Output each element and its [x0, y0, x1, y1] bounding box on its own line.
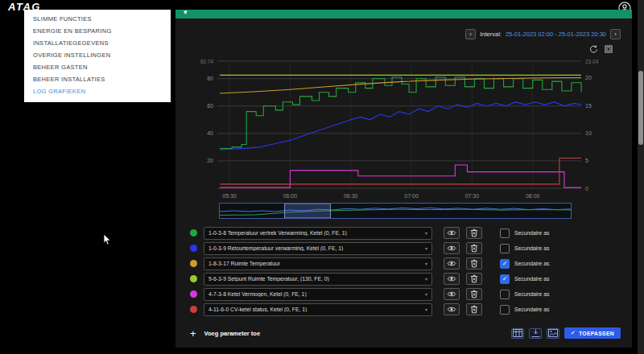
secondary-axis-label: Secundaire as	[514, 245, 549, 251]
visibility-toggle-button[interactable]	[444, 288, 460, 300]
visibility-toggle-button[interactable]	[444, 273, 460, 285]
check-icon: ✓	[571, 330, 576, 336]
chevron-down-icon: ▾	[425, 276, 427, 282]
sidebar-item-beheer-installaties[interactable]: BEHEER INSTALLATIES	[24, 73, 171, 85]
parameter-label: 4-7-3-8 Ketel Vermogen, Ketel (0, FE, 1)	[208, 291, 422, 297]
svg-text:05:30: 05:30	[222, 193, 237, 199]
parameter-label: 4-11-6-0 CV-ketel status, Ketel (0, FE, …	[208, 307, 422, 312]
parameter-label: 1-0-3-9 Retourtemperatuur verwarming, Ke…	[208, 245, 422, 251]
legend-row: 1-0-3-8 Temperatuur vertrek Verwarming, …	[190, 227, 549, 239]
chart-navigator[interactable]	[219, 203, 572, 219]
secondary-axis-label: Secundaire as	[514, 230, 549, 236]
svg-text:06:00: 06:00	[283, 193, 298, 199]
svg-text:5: 5	[585, 158, 588, 163]
sidebar-item-log-grafieken[interactable]: LOG GRAFIEKEN	[24, 85, 171, 97]
table-icon	[513, 329, 522, 337]
parameter-select[interactable]: 4-7-3-8 Ketel Vermogen, Ketel (0, FE, 1)…	[204, 288, 432, 301]
sidebar-item-beheer-gasten[interactable]: BEHEER GASTEN	[24, 61, 171, 73]
footer-bar: + Voeg parameter toe ✓ TOEPASSEN	[190, 327, 621, 340]
chevron-down-icon: ▾	[425, 291, 427, 297]
footer-toolbar: ✓ TOEPASSEN	[511, 327, 621, 339]
svg-text:15: 15	[585, 103, 592, 109]
parameter-label: 1-0-3-8 Temperatuur vertrek Verwarming, …	[208, 230, 422, 236]
download-button[interactable]	[529, 328, 542, 339]
legend-row: 1-8-3-17 Ruimte Temperatuur▾✓Secundaire …	[190, 257, 549, 270]
secondary-axis-checkbox[interactable]	[500, 305, 510, 315]
main-chart[interactable]: 05:3006:0006:3007:0007:3008:002040608092…	[188, 53, 610, 206]
legend-row: 4-11-6-0 CV-ketel status, Ketel (0, FE, …	[190, 303, 549, 315]
secondary-axis-checkbox[interactable]: ✓	[500, 259, 510, 269]
chevron-down-icon: ▾	[425, 307, 427, 312]
interval-value[interactable]: 25-01-2023 02:00 - 25-01-2023 20:30	[506, 31, 606, 38]
svg-text:10: 10	[585, 130, 592, 136]
secondary-axis-checkbox[interactable]	[500, 244, 510, 253]
secondary-axis-checkbox[interactable]	[500, 228, 510, 238]
mouse-cursor	[103, 233, 113, 249]
delete-parameter-button[interactable]	[466, 257, 482, 270]
sidebar-item-overige-instellingen[interactable]: OVERIGE INSTELLINGEN	[24, 49, 171, 61]
chevron-down-icon: ▾	[425, 261, 427, 266]
secondary-axis-label: Secundaire as	[514, 307, 549, 312]
delete-parameter-button[interactable]	[466, 303, 482, 315]
sidebar-item-energie-en-besparing[interactable]: ENERGIE EN BESPARING	[24, 25, 171, 37]
image-icon	[548, 329, 558, 337]
download-icon	[531, 329, 540, 337]
secondary-axis-label: Secundaire as	[514, 291, 549, 297]
legend-rows: 1-0-3-8 Temperatuur vertrek Verwarming, …	[190, 227, 549, 315]
visibility-toggle-button[interactable]	[444, 227, 460, 239]
interval-prev-button[interactable]: ‹	[465, 29, 476, 39]
visibility-toggle-button[interactable]	[444, 303, 460, 315]
interval-next-button[interactable]: ›	[610, 29, 621, 39]
delete-parameter-button[interactable]	[466, 227, 482, 239]
graph-panel: ▾ ‹ Interval: 25-01-2023 02:00 - 25-01-2…	[175, 10, 632, 348]
svg-text:92.74: 92.74	[200, 59, 214, 64]
svg-text:06:30: 06:30	[344, 193, 358, 199]
parameter-label: 1-8-3-17 Ruimte Temperatuur	[208, 261, 422, 266]
parameter-select[interactable]: 1-0-3-9 Retourtemperatuur verwarming, Ke…	[204, 242, 432, 255]
apply-label: TOEPASSEN	[579, 331, 614, 336]
svg-text:07:00: 07:00	[404, 193, 419, 199]
interval-label: Interval:	[480, 31, 502, 38]
svg-text:40: 40	[207, 130, 213, 136]
add-parameter-label[interactable]: Voeg parameter toe	[204, 330, 260, 337]
delete-parameter-button[interactable]	[466, 273, 482, 285]
legend-row: 9-6-3-9 Setpunt Ruimte Temperatuur, (130…	[190, 273, 549, 285]
scrollbar-thumb[interactable]	[638, 71, 643, 145]
svg-text:60: 60	[207, 103, 213, 109]
secondary-axis-checkbox[interactable]	[500, 290, 510, 299]
sidebar-item-slimme-functies[interactable]: SLIMME FUNCTIES	[24, 13, 171, 25]
visibility-toggle-button[interactable]	[444, 242, 460, 254]
parameter-select[interactable]: 9-6-3-9 Setpunt Ruimte Temperatuur, (130…	[204, 273, 432, 286]
sidebar-item-installatiegegevens[interactable]: INSTALLATIEGEGEVENS	[24, 37, 171, 49]
visibility-toggle-button[interactable]	[444, 257, 460, 270]
series-color-dot	[190, 306, 197, 313]
parameter-select[interactable]: 4-11-6-0 CV-ketel status, Ketel (0, FE, …	[204, 303, 432, 316]
secondary-axis-label: Secundaire as	[514, 276, 549, 282]
svg-text:20: 20	[207, 158, 213, 163]
export-image-button[interactable]	[547, 328, 559, 339]
svg-text:07:30: 07:30	[465, 193, 480, 199]
svg-text:23.04: 23.04	[585, 59, 599, 64]
parameter-select[interactable]: 1-0-3-8 Temperatuur vertrek Verwarming, …	[204, 227, 432, 240]
add-parameter-button[interactable]: +	[190, 328, 196, 339]
delete-parameter-button[interactable]	[466, 288, 482, 300]
svg-text:20: 20	[585, 75, 592, 80]
chevron-down-icon: ▾	[425, 245, 427, 251]
secondary-axis-label: Secundaire as	[514, 261, 549, 266]
legend-row: 1-0-3-9 Retourtemperatuur verwarming, Ke…	[190, 242, 549, 254]
interval-bar: ‹ Interval: 25-01-2023 02:00 - 25-01-202…	[465, 29, 621, 39]
delete-parameter-button[interactable]	[466, 242, 482, 254]
apply-button[interactable]: ✓ TOEPASSEN	[564, 327, 621, 339]
page: ATAG SLIMME FUNCTIESENERGIE EN BESPARING…	[0, 0, 644, 354]
export-table-button[interactable]	[511, 328, 524, 339]
panel-header[interactable]: ▾	[175, 10, 632, 19]
chevron-down-icon: ▾	[425, 230, 427, 236]
secondary-axis-checkbox[interactable]: ✓	[500, 274, 510, 284]
parameter-select[interactable]: 1-8-3-17 Ruimte Temperatuur▾	[204, 257, 432, 270]
svg-text:80: 80	[207, 76, 213, 81]
svg-text:08:00: 08:00	[526, 193, 540, 199]
navigator-svg[interactable]	[220, 204, 571, 218]
scrollbar[interactable]	[638, 0, 644, 354]
series-color-dot	[190, 229, 197, 237]
series-color-dot	[190, 275, 197, 282]
